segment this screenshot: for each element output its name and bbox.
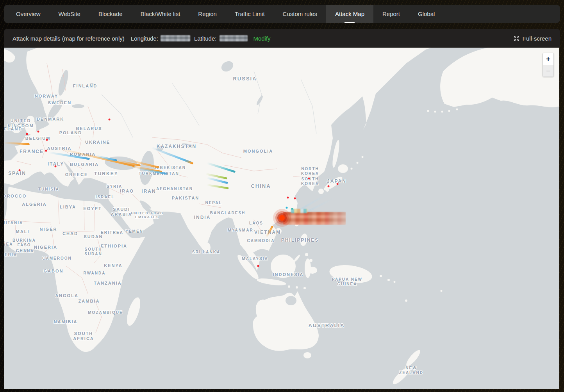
map-label-namibia: NAMIBIA: [54, 319, 77, 324]
map-label-israel: ISRAEL: [96, 195, 115, 200]
map-label-yemen: YEMEN: [125, 229, 143, 234]
tab-region[interactable]: Region: [189, 5, 226, 23]
tab-attack-map[interactable]: Attack Map: [326, 5, 373, 23]
attack-map-page: OverviewWebSiteBlockadeBlack/White listR…: [0, 0, 564, 392]
tab-blockade[interactable]: Blockade: [89, 5, 132, 23]
map-label-mongolia: MONGOLIA: [243, 149, 273, 154]
map-label-sri-lanka: SRI LANKA: [192, 250, 220, 255]
map-label-burkina-faso: BURKINA FASO: [12, 238, 36, 247]
map-label-guinea: GUINEA: [4, 242, 13, 247]
nav-tabs: OverviewWebSiteBlockadeBlack/White listR…: [4, 5, 560, 23]
map-label-ukraine: UKRAINE: [85, 140, 110, 145]
map-label-indonesia: INDONESIA: [273, 272, 303, 277]
map-label-spain: SPAIN: [8, 171, 26, 176]
map-label-iran: IRAN: [141, 189, 156, 194]
map-label-greece: GREECE: [65, 172, 88, 177]
map-label-ghana: GHANA: [16, 249, 34, 253]
map-label-poland: POLAND: [59, 130, 82, 135]
attack-dot-red: [308, 178, 310, 180]
map-zoom-control: + −: [543, 53, 554, 77]
map-label-mozambique: MOZAMBIQUE: [88, 310, 123, 315]
map-label-india: INDIA: [194, 215, 211, 221]
zoom-out-button[interactable]: −: [543, 65, 553, 77]
map-label-tanzania: TANZANIA: [94, 281, 121, 286]
map-label-turkey: TURKEY: [94, 171, 118, 177]
map-label-laos: LAOS: [249, 221, 263, 226]
fullscreen-button[interactable]: Full-screen: [514, 35, 552, 42]
map-label-russia: RUSSIA: [233, 76, 257, 82]
tab-website[interactable]: WebSite: [50, 5, 89, 23]
map-label-united-arab-emirates: UNITED ARAB EMIRATES: [131, 211, 164, 219]
longitude-value-redacted: [161, 35, 190, 41]
map-label-ethiopia: ETHIOPIA: [101, 244, 127, 249]
map-label-gabon: GABON: [44, 269, 64, 274]
map-label-denmark: DENMARK: [37, 117, 64, 122]
map-label-mali: MALI: [16, 229, 30, 234]
map-label-ireland: IRELAND: [4, 127, 22, 132]
attack-dot-red: [45, 150, 47, 152]
map-label-tunisia: TUNISIA: [38, 187, 59, 192]
map-label-kenya: KENYA: [104, 263, 123, 268]
zoom-in-button[interactable]: +: [543, 53, 553, 65]
map-label-egypt: EGYPT: [83, 206, 102, 211]
map-label-new-zealand: NEW ZEALAND: [399, 366, 423, 375]
target-label-redacted: [283, 212, 346, 225]
map-label-eritrea: ERITREA: [101, 230, 123, 235]
latitude-label: Latitude:: [194, 35, 217, 42]
fullscreen-icon: [514, 36, 519, 41]
map-label-saudi-arabia: SAUDI ARABIA: [111, 207, 132, 217]
map-label-chad: CHAD: [62, 231, 78, 236]
map-label-north-korea: NORTH KOREA: [301, 167, 319, 176]
attack-target-marker: [273, 209, 291, 227]
map-label-sudan: SUDAN: [84, 234, 103, 239]
latitude-value-redacted: [220, 35, 248, 41]
map-label-algeria: ALGERIA: [22, 202, 47, 207]
map-label-bulgaria: BULGARIA: [70, 162, 99, 167]
tab-traffic-limit[interactable]: Traffic Limit: [226, 5, 274, 23]
tab-global[interactable]: Global: [409, 5, 444, 23]
map-toolbar: Attack map details (map for reference on…: [4, 29, 560, 48]
tab-report[interactable]: Report: [373, 5, 409, 23]
attack-dot-red: [55, 166, 57, 167]
map-label-malaysia: MALAYSIA: [242, 257, 268, 261]
tab-custom-rules[interactable]: Custom rules: [274, 5, 326, 23]
longitude-label: Longitude:: [131, 35, 158, 42]
map-label-niger: NIGER: [40, 227, 57, 232]
attack-dot-red: [257, 265, 259, 267]
map-label-zambia: ZAMBIA: [79, 299, 100, 304]
toolbar-title: Attack map details (map for reference on…: [12, 35, 125, 42]
map-label-afghanistan: AFGHANISTAN: [156, 187, 193, 191]
tab-overview[interactable]: Overview: [7, 5, 50, 23]
map-label-philippines: PHILIPPINES: [281, 238, 319, 243]
map-label-rwanda: RWANDA: [84, 271, 106, 276]
fullscreen-label: Full-screen: [523, 35, 552, 42]
map-label-nepal: NEPAL: [205, 201, 222, 205]
map-label-pakistan: PAKISTAN: [172, 196, 200, 201]
attack-dot-red: [109, 119, 111, 121]
world-map[interactable]: RUSSIAFINLANDNORWAYSWEDENDENMARKUNITED K…: [4, 48, 559, 389]
map-label-myanmar: MYANMAR: [228, 228, 253, 233]
map-label-papua-new-guinea: PAPUA NEW GUINEA: [332, 277, 362, 286]
map-label-finland: FINLAND: [73, 84, 97, 89]
map-label-south-africa: SOUTH AFRICA: [73, 331, 94, 341]
map-label-iraq: IRAQ: [120, 189, 134, 194]
attack-dot-red: [46, 139, 48, 141]
map-label-norway: NORWAY: [35, 94, 58, 99]
map-label-australia: AUSTRALIA: [308, 323, 344, 329]
map-label-france: FRANCE: [20, 149, 44, 155]
attack-dot-red: [26, 133, 28, 135]
attack-dot-red: [328, 185, 330, 187]
map-label-morocco: MOROCCO: [4, 194, 27, 199]
map-label-kazakhstan: KAZAKHSTAN: [157, 144, 196, 150]
map-label-china: CHINA: [251, 184, 271, 189]
attack-dot-red: [19, 169, 21, 171]
map-label-mauritania: MAURITANIA: [4, 221, 23, 225]
map-label-libya: LIBYA: [60, 205, 76, 210]
tab-black-white-list[interactable]: Black/White list: [132, 5, 189, 23]
attack-dot-red: [294, 198, 296, 200]
modify-link[interactable]: Modify: [253, 35, 270, 42]
map-label-liberia: LIBERIA: [4, 253, 17, 257]
map-label-cameroon: CAMEROON: [42, 256, 71, 261]
attack-dot-red: [337, 183, 339, 185]
map-label-sweden: SWEDEN: [48, 100, 71, 105]
